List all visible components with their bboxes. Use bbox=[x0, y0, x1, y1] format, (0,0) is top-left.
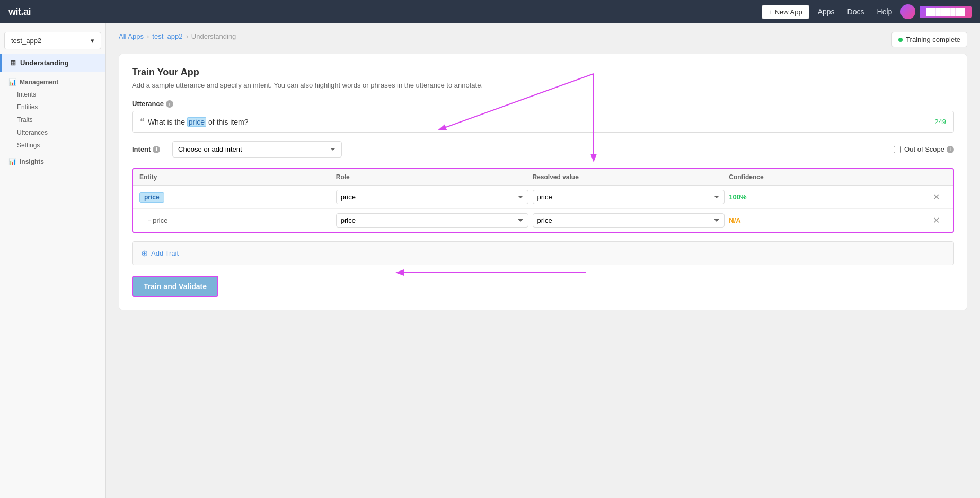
navbar-right: + New App Apps Docs Help ████████ bbox=[762, 4, 972, 19]
entity-cell-1: price bbox=[139, 192, 332, 203]
resolved-select-2[interactable]: price bbox=[533, 213, 725, 228]
intent-label: Intent i bbox=[132, 145, 164, 153]
annotations-header: Entity Role Resolved value Confidence bbox=[133, 169, 953, 186]
oos-info-icon[interactable]: i bbox=[947, 146, 954, 153]
entity-badge-1: price bbox=[139, 192, 164, 203]
help-link[interactable]: Help bbox=[873, 7, 897, 16]
train-card: Train Your App Add a sample utterance an… bbox=[119, 54, 967, 310]
out-of-scope-row: Out of Scope i bbox=[894, 145, 954, 153]
new-app-button[interactable]: + New App bbox=[762, 5, 809, 19]
utterance-info-icon[interactable]: i bbox=[166, 100, 173, 108]
role-select-1[interactable]: price bbox=[336, 190, 528, 204]
confidence-cell-2: N/A bbox=[729, 216, 921, 224]
table-row: price price price N/A bbox=[133, 209, 953, 232]
train-and-validate-button[interactable]: Train and Validate bbox=[132, 276, 218, 297]
role-cell-2: price bbox=[336, 213, 528, 228]
utterance-box[interactable]: ❝ What is the price of this item? 249 bbox=[132, 111, 954, 133]
user-label: ████████ bbox=[920, 6, 972, 18]
top-row: All Apps › test_app2 › Understanding Tra… bbox=[119, 32, 967, 47]
logo: wit.ai bbox=[8, 6, 31, 18]
sidebar-item-understanding-label: Understanding bbox=[20, 59, 69, 67]
sidebar-item-utterances[interactable]: Utterances bbox=[0, 126, 105, 139]
training-status-dot bbox=[898, 38, 903, 42]
understanding-icon: ⊞ bbox=[10, 59, 16, 67]
breadcrumb-all-apps[interactable]: All Apps bbox=[119, 32, 144, 40]
sidebar: test_app2 ▾ ⊞ Understanding 📊 Management… bbox=[0, 23, 106, 498]
breadcrumb: All Apps › test_app2 › Understanding bbox=[119, 32, 236, 40]
resolved-select-1[interactable]: price bbox=[533, 190, 725, 204]
header-resolved: Resolved value bbox=[533, 173, 725, 181]
breadcrumb-sep2: › bbox=[186, 32, 188, 40]
app-name: test_app2 bbox=[11, 37, 41, 45]
sidebar-item-entities[interactable]: Entities bbox=[0, 101, 105, 113]
utterance-text: ❝ What is the price of this item? bbox=[140, 117, 934, 127]
remove-row-2-button[interactable]: ✕ bbox=[925, 215, 947, 225]
navbar: wit.ai + New App Apps Docs Help ████████ bbox=[0, 0, 980, 23]
layout: test_app2 ▾ ⊞ Understanding 📊 Management… bbox=[0, 23, 980, 498]
docs-link[interactable]: Docs bbox=[843, 7, 869, 16]
sidebar-item-traits[interactable]: Traits bbox=[0, 113, 105, 126]
apps-link[interactable]: Apps bbox=[814, 7, 839, 16]
insights-section: 📊 Insights bbox=[0, 152, 105, 168]
role-cell-1: price bbox=[336, 190, 528, 204]
avatar[interactable] bbox=[900, 4, 915, 19]
breadcrumb-sep1: › bbox=[147, 32, 149, 40]
add-trait-label: Add Trait bbox=[151, 249, 179, 257]
header-entity: Entity bbox=[139, 173, 332, 181]
add-trait-icon: ⊕ bbox=[141, 248, 148, 258]
resolved-cell-2: price bbox=[533, 213, 725, 228]
resolved-cell-1: price bbox=[533, 190, 725, 204]
annotations-table: Entity Role Resolved value Confidence pr… bbox=[132, 168, 954, 233]
insights-chart-icon: 📊 bbox=[8, 158, 16, 165]
breadcrumb-current: Understanding bbox=[191, 32, 236, 40]
header-confidence: Confidence bbox=[729, 173, 921, 181]
sidebar-item-settings[interactable]: Settings bbox=[0, 139, 105, 152]
out-of-scope-checkbox[interactable] bbox=[894, 146, 901, 153]
management-chart-icon: 📊 bbox=[8, 78, 16, 86]
header-role: Role bbox=[336, 173, 528, 181]
app-selector[interactable]: test_app2 ▾ bbox=[4, 32, 101, 49]
sidebar-item-understanding[interactable]: ⊞ Understanding bbox=[0, 54, 105, 72]
role-select-2[interactable]: price bbox=[336, 213, 528, 228]
training-status-badge: Training complete bbox=[891, 32, 967, 47]
sidebar-item-intents[interactable]: Intents bbox=[0, 88, 105, 101]
entity-cell-2: price bbox=[139, 216, 332, 224]
card-title: Train Your App bbox=[132, 67, 954, 78]
main-wrapper: All Apps › test_app2 › Understanding Tra… bbox=[106, 23, 980, 498]
management-section: 📊 Management bbox=[0, 72, 105, 88]
confidence-cell-1: 100% bbox=[729, 193, 921, 201]
price-highlight: price bbox=[187, 117, 206, 127]
out-of-scope-label: Out of Scope i bbox=[904, 145, 954, 153]
entity-sub-2: price bbox=[139, 216, 332, 224]
intent-row: Intent i Choose or add intent Out of Sco… bbox=[132, 141, 954, 158]
utterance-label: Utterance i bbox=[132, 100, 954, 108]
main-content: All Apps › test_app2 › Understanding Tra… bbox=[106, 23, 980, 498]
app-selector-chevron: ▾ bbox=[91, 37, 94, 45]
breadcrumb-app-name[interactable]: test_app2 bbox=[152, 32, 182, 40]
utterance-char-count: 249 bbox=[934, 118, 946, 126]
training-status-label: Training complete bbox=[906, 36, 960, 43]
card-subtitle: Add a sample utterance and specify an in… bbox=[132, 81, 954, 89]
quote-mark: ❝ bbox=[140, 117, 145, 126]
remove-row-1-button[interactable]: ✕ bbox=[925, 192, 947, 202]
intent-info-icon[interactable]: i bbox=[153, 146, 160, 153]
navbar-left: wit.ai bbox=[8, 6, 31, 18]
intent-select[interactable]: Choose or add intent bbox=[172, 141, 342, 158]
table-row: price price price 100% bbox=[133, 186, 953, 209]
add-trait-row[interactable]: ⊕ Add Trait bbox=[132, 241, 954, 265]
